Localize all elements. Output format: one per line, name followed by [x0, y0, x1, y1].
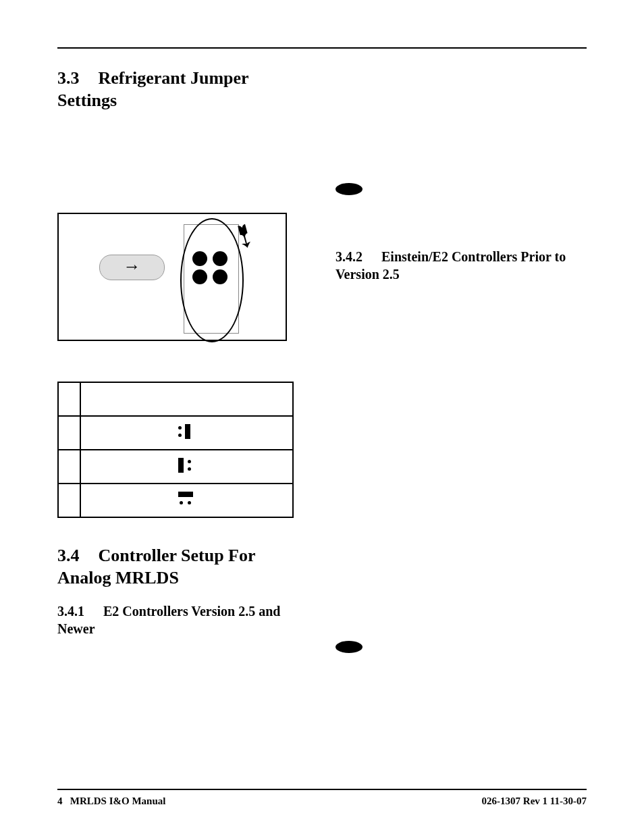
table-row: [58, 484, 293, 517]
table-row: [58, 450, 293, 484]
jumper-position-icon: [176, 424, 198, 439]
table-header-row: [58, 382, 293, 416]
bullet-marker: [336, 182, 587, 195]
subsection-heading-3-4-2: 3.4.2Einstein/E2 Controllers Prior to Ve…: [336, 248, 587, 283]
jumper-pin-icon: [213, 251, 227, 266]
table-cell: [58, 484, 80, 517]
page-footer: 4 MRLDS I&O Manual 026-1307 Rev 1 11-30-…: [57, 789, 587, 807]
section-heading-3-3: 3.3Refrigerant Jumper Settings: [57, 68, 308, 111]
section-number: 3.3: [57, 68, 80, 90]
section-title: Controller Setup For Analog MRLDS: [57, 546, 255, 588]
jumper-pin-icon: [213, 269, 227, 284]
section-heading-3-4: 3.4Controller Setup For Analog MRLDS: [57, 545, 308, 589]
jumper-pin-icon: [192, 251, 207, 266]
table-cell: [80, 484, 293, 517]
jumper-position-icon: [176, 458, 198, 473]
table-row: [58, 416, 293, 450]
table-cell: [58, 450, 80, 484]
figure-label: →: [99, 255, 165, 280]
jumper-figure: → ➷: [57, 213, 287, 341]
jumper-settings-table: [57, 382, 294, 518]
section-title: Einstein/E2 Controllers Prior to Version…: [336, 249, 566, 282]
manual-title: MRLDS I&O Manual: [70, 796, 166, 806]
subsection-heading-3-4-1: 3.4.1E2 Controllers Version 2.5 and Newe…: [57, 602, 308, 637]
footer-right: 026-1307 Rev 1 11-30-07: [482, 796, 587, 807]
oval-bullet-icon: [336, 641, 363, 653]
jumper-pin-icon: [192, 269, 207, 284]
table-header-cell: [80, 382, 293, 416]
section-number: 3.4: [57, 545, 80, 567]
section-number: 3.4.1: [57, 602, 84, 620]
oval-bullet-icon: [336, 183, 363, 195]
jumper-position-icon: [176, 492, 198, 506]
table-cell: [80, 416, 293, 450]
table-cell: [80, 450, 293, 484]
table-cell: [58, 416, 80, 450]
footer-left: 4 MRLDS I&O Manual: [57, 796, 165, 807]
bullet-marker: [336, 640, 587, 652]
section-number: 3.4.2: [336, 248, 363, 265]
section-title: E2 Controllers Version 2.5 and Newer: [57, 604, 280, 636]
section-title: Refrigerant Jumper Settings: [57, 68, 248, 110]
table-header-cell: [58, 382, 80, 416]
page-number: 4: [57, 796, 63, 806]
